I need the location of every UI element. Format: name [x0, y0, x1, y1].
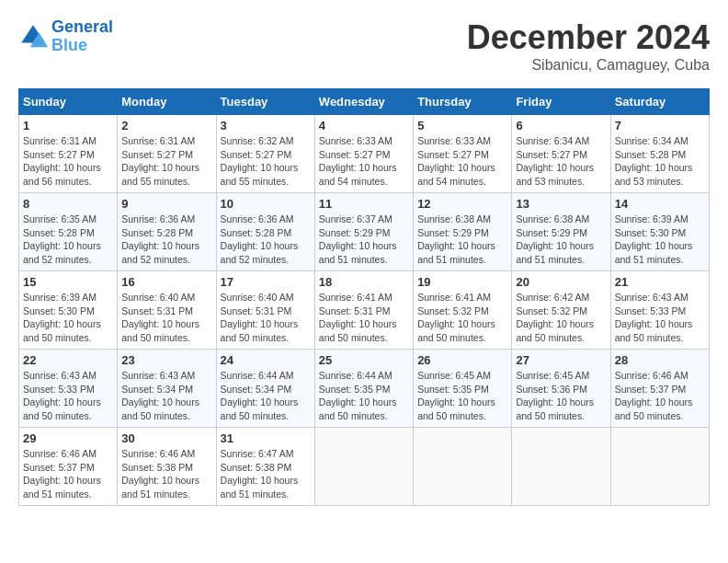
day-number: 7: [615, 119, 705, 132]
calendar-cell: 25Sunrise: 6:44 AMSunset: 5:35 PMDayligh…: [314, 350, 413, 428]
calendar-cell: 24Sunrise: 6:44 AMSunset: 5:34 PMDayligh…: [216, 350, 314, 428]
calendar-cell: [512, 428, 610, 506]
logo-text: General Blue: [51, 18, 113, 55]
weekday-header-saturday: Saturday: [610, 89, 709, 115]
day-number: 8: [23, 197, 113, 211]
day-number: 30: [121, 431, 211, 445]
day-number: 21: [615, 275, 705, 289]
calendar-cell: [414, 428, 512, 506]
day-info: Sunrise: 6:40 AMSunset: 5:31 PMDaylight:…: [121, 291, 211, 345]
day-number: 17: [221, 275, 311, 289]
calendar-cell: 22Sunrise: 6:43 AMSunset: 5:33 PMDayligh…: [19, 350, 118, 428]
calendar-week-5: 29Sunrise: 6:46 AMSunset: 5:37 PMDayligh…: [19, 428, 710, 506]
day-info: Sunrise: 6:46 AMSunset: 5:37 PMDaylight:…: [23, 447, 113, 501]
calendar-cell: 10Sunrise: 6:36 AMSunset: 5:28 PMDayligh…: [216, 193, 314, 271]
day-number: 26: [417, 353, 507, 367]
weekday-header-monday: Monday: [118, 89, 216, 115]
calendar-cell: 1Sunrise: 6:31 AMSunset: 5:27 PMDaylight…: [19, 115, 118, 193]
day-info: Sunrise: 6:44 AMSunset: 5:34 PMDaylight:…: [221, 369, 311, 423]
calendar-cell: 20Sunrise: 6:42 AMSunset: 5:32 PMDayligh…: [512, 271, 610, 350]
calendar-cell: 17Sunrise: 6:40 AMSunset: 5:31 PMDayligh…: [216, 271, 314, 350]
day-info: Sunrise: 6:36 AMSunset: 5:28 PMDaylight:…: [221, 213, 311, 267]
calendar-cell: 6Sunrise: 6:34 AMSunset: 5:27 PMDaylight…: [512, 115, 610, 193]
day-info: Sunrise: 6:39 AMSunset: 5:30 PMDaylight:…: [23, 291, 113, 345]
calendar-cell: 14Sunrise: 6:39 AMSunset: 5:30 PMDayligh…: [610, 193, 709, 271]
day-info: Sunrise: 6:32 AMSunset: 5:27 PMDaylight:…: [221, 134, 311, 189]
day-info: Sunrise: 6:42 AMSunset: 5:32 PMDaylight:…: [516, 291, 606, 345]
day-number: 11: [319, 197, 409, 211]
weekday-header-friday: Friday: [512, 89, 610, 115]
day-number: 4: [319, 119, 409, 132]
logo: General Blue: [18, 18, 113, 55]
day-info: Sunrise: 6:46 AMSunset: 5:37 PMDaylight:…: [615, 369, 705, 423]
day-number: 14: [615, 197, 705, 211]
day-info: Sunrise: 6:38 AMSunset: 5:29 PMDaylight:…: [417, 213, 507, 267]
day-info: Sunrise: 6:41 AMSunset: 5:31 PMDaylight:…: [319, 291, 409, 345]
day-number: 12: [417, 197, 507, 211]
calendar-week-3: 15Sunrise: 6:39 AMSunset: 5:30 PMDayligh…: [19, 271, 710, 350]
calendar-cell: 13Sunrise: 6:38 AMSunset: 5:29 PMDayligh…: [512, 193, 610, 271]
day-info: Sunrise: 6:45 AMSunset: 5:36 PMDaylight:…: [516, 369, 606, 423]
calendar-cell: 2Sunrise: 6:31 AMSunset: 5:27 PMDaylight…: [118, 115, 216, 193]
calendar-week-4: 22Sunrise: 6:43 AMSunset: 5:33 PMDayligh…: [19, 350, 710, 428]
calendar-cell: 11Sunrise: 6:37 AMSunset: 5:29 PMDayligh…: [314, 193, 413, 271]
day-info: Sunrise: 6:34 AMSunset: 5:27 PMDaylight:…: [516, 134, 606, 189]
day-info: Sunrise: 6:36 AMSunset: 5:28 PMDaylight:…: [121, 213, 211, 267]
day-number: 31: [221, 431, 311, 445]
day-info: Sunrise: 6:31 AMSunset: 5:27 PMDaylight:…: [23, 134, 113, 189]
day-info: Sunrise: 6:45 AMSunset: 5:35 PMDaylight:…: [417, 369, 507, 423]
calendar-header-row: SundayMondayTuesdayWednesdayThursdayFrid…: [19, 89, 710, 115]
calendar-cell: 15Sunrise: 6:39 AMSunset: 5:30 PMDayligh…: [19, 271, 118, 350]
day-number: 16: [121, 275, 211, 289]
day-info: Sunrise: 6:43 AMSunset: 5:34 PMDaylight:…: [121, 369, 211, 423]
day-number: 22: [23, 353, 113, 367]
page-header: General Blue December 2024 Sibanicu, Cam…: [18, 18, 710, 74]
calendar-cell: 12Sunrise: 6:38 AMSunset: 5:29 PMDayligh…: [414, 193, 512, 271]
calendar-cell: 31Sunrise: 6:47 AMSunset: 5:38 PMDayligh…: [216, 428, 314, 506]
weekday-header-tuesday: Tuesday: [216, 89, 314, 115]
day-info: Sunrise: 6:43 AMSunset: 5:33 PMDaylight:…: [23, 369, 113, 423]
calendar-week-1: 1Sunrise: 6:31 AMSunset: 5:27 PMDaylight…: [19, 115, 710, 193]
day-info: Sunrise: 6:46 AMSunset: 5:38 PMDaylight:…: [121, 447, 211, 501]
calendar-cell: 3Sunrise: 6:32 AMSunset: 5:27 PMDaylight…: [216, 115, 314, 193]
calendar-cell: 4Sunrise: 6:33 AMSunset: 5:27 PMDaylight…: [314, 115, 413, 193]
day-info: Sunrise: 6:34 AMSunset: 5:28 PMDaylight:…: [615, 134, 705, 189]
day-number: 23: [121, 353, 211, 367]
day-number: 27: [516, 353, 606, 367]
day-info: Sunrise: 6:47 AMSunset: 5:38 PMDaylight:…: [221, 447, 311, 501]
day-number: 5: [417, 119, 507, 132]
day-number: 24: [221, 353, 311, 367]
day-info: Sunrise: 6:31 AMSunset: 5:27 PMDaylight:…: [121, 134, 211, 189]
day-number: 20: [516, 275, 606, 289]
day-info: Sunrise: 6:39 AMSunset: 5:30 PMDaylight:…: [615, 213, 705, 267]
day-info: Sunrise: 6:38 AMSunset: 5:29 PMDaylight:…: [516, 213, 606, 267]
calendar-cell: 16Sunrise: 6:40 AMSunset: 5:31 PMDayligh…: [118, 271, 216, 350]
calendar-body: 1Sunrise: 6:31 AMSunset: 5:27 PMDaylight…: [19, 115, 710, 506]
calendar-cell: 26Sunrise: 6:45 AMSunset: 5:35 PMDayligh…: [414, 350, 512, 428]
day-info: Sunrise: 6:33 AMSunset: 5:27 PMDaylight:…: [319, 134, 409, 189]
day-number: 15: [23, 275, 113, 289]
calendar-cell: 27Sunrise: 6:45 AMSunset: 5:36 PMDayligh…: [512, 350, 610, 428]
calendar-cell: 5Sunrise: 6:33 AMSunset: 5:27 PMDaylight…: [414, 115, 512, 193]
calendar-cell: 18Sunrise: 6:41 AMSunset: 5:31 PMDayligh…: [314, 271, 413, 350]
calendar-cell: 9Sunrise: 6:36 AMSunset: 5:28 PMDaylight…: [118, 193, 216, 271]
calendar-cell: 30Sunrise: 6:46 AMSunset: 5:38 PMDayligh…: [118, 428, 216, 506]
day-number: 13: [516, 197, 606, 211]
title-block: December 2024 Sibanicu, Camaguey, Cuba: [467, 18, 710, 74]
day-number: 9: [121, 197, 211, 211]
day-number: 1: [23, 119, 113, 132]
day-number: 10: [221, 197, 311, 211]
weekday-header-wednesday: Wednesday: [314, 89, 413, 115]
weekday-header-thursday: Thursday: [414, 89, 512, 115]
day-number: 18: [319, 275, 409, 289]
day-number: 29: [23, 431, 113, 445]
logo-icon: [18, 22, 48, 52]
calendar-cell: 8Sunrise: 6:35 AMSunset: 5:28 PMDaylight…: [19, 193, 118, 271]
calendar-week-2: 8Sunrise: 6:35 AMSunset: 5:28 PMDaylight…: [19, 193, 710, 271]
calendar-cell: [314, 428, 413, 506]
location-subtitle: Sibanicu, Camaguey, Cuba: [467, 57, 710, 74]
calendar-cell: 7Sunrise: 6:34 AMSunset: 5:28 PMDaylight…: [610, 115, 709, 193]
calendar-cell: 29Sunrise: 6:46 AMSunset: 5:37 PMDayligh…: [19, 428, 118, 506]
day-info: Sunrise: 6:40 AMSunset: 5:31 PMDaylight:…: [221, 291, 311, 345]
day-info: Sunrise: 6:35 AMSunset: 5:28 PMDaylight:…: [23, 213, 113, 267]
